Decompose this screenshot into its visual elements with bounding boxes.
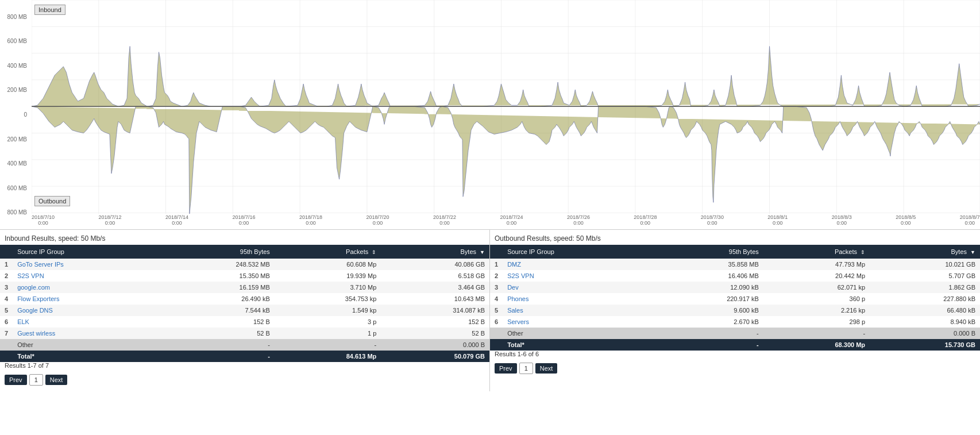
row-group[interactable]: ELK xyxy=(13,316,160,328)
row-bytes95: - xyxy=(653,339,763,351)
other-row: Other - - 0.000 B xyxy=(0,339,489,351)
table-row: 4 Flow Exporters 26.490 kB 354.753 kp 10… xyxy=(0,293,489,305)
row-group: Other xyxy=(13,339,160,351)
row-bytes: 10.643 MB xyxy=(381,293,489,305)
outbound-page1-button[interactable]: 1 xyxy=(519,363,533,374)
inbound-table: Source IP Group 95th Bytes Packets ⇕ Byt… xyxy=(0,245,489,362)
row-number: 5 xyxy=(490,305,503,316)
inbound-pagination: Prev 1 Next xyxy=(0,371,489,389)
row-group[interactable]: Flow Exporters xyxy=(13,293,160,305)
table-row: 3 Dev 12.090 kB 62.071 kp 1.862 GB xyxy=(490,282,980,293)
row-packets: 62.071 kp xyxy=(763,282,870,293)
outbound-prev-button[interactable]: Prev xyxy=(495,363,517,374)
row-packets: 360 p xyxy=(763,293,870,305)
row-bytes95: 35.858 MB xyxy=(653,259,763,270)
row-bytes: 227.880 kB xyxy=(870,293,980,305)
row-packets: 3 p xyxy=(275,316,381,328)
row-number xyxy=(490,328,503,339)
row-group[interactable]: Guest wirless xyxy=(13,328,160,339)
row-bytes95: 220.917 kB xyxy=(653,293,763,305)
row-bytes: 314.087 kB xyxy=(381,305,489,316)
row-group[interactable]: Servers xyxy=(503,316,653,328)
inbound-pagination-info: Results 1-7 of 7 xyxy=(0,362,489,369)
row-bytes: 40.086 GB xyxy=(381,259,489,270)
row-group[interactable]: Google DNS xyxy=(13,305,160,316)
table-row: 4 Phones 220.917 kB 360 p 227.880 kB xyxy=(490,293,980,305)
row-number xyxy=(0,351,13,362)
row-bytes: 66.480 kB xyxy=(870,305,980,316)
row-number: 1 xyxy=(0,259,13,270)
outbound-pagination-info: Results 1-6 of 6 xyxy=(490,351,980,357)
row-group[interactable]: S2S VPN xyxy=(503,270,653,282)
results-section: Inbound Results, speed: 50 Mb/s Source I… xyxy=(0,230,980,391)
inbound-col-bytes[interactable]: Bytes ▼ xyxy=(381,245,489,259)
row-bytes95: 16.406 MB xyxy=(653,270,763,282)
y-axis: 800 MB 600 MB 400 MB 200 MB 0 200 MB 400… xyxy=(0,0,32,229)
row-bytes95: 152 B xyxy=(160,316,274,328)
inbound-col-packets[interactable]: Packets ⇕ xyxy=(275,245,381,259)
table-row: 2 S2S VPN 16.406 MB 20.442 Mp 5.707 GB xyxy=(490,270,980,282)
inbound-col-num xyxy=(0,245,13,259)
outbound-results-panel: Outbound Results, speed: 50 Mb/s Source … xyxy=(490,230,980,391)
row-bytes: 52 B xyxy=(381,328,489,339)
outbound-next-button[interactable]: Next xyxy=(535,363,558,374)
outbound-col-bytes95[interactable]: 95th Bytes xyxy=(653,245,763,259)
row-number: 4 xyxy=(0,293,13,305)
chart-area: Inbound Outbound 800 MB 600 MB 400 MB 20… xyxy=(0,0,980,230)
row-packets: 354.753 kp xyxy=(275,293,381,305)
table-row: 1 DMZ 35.858 MB 47.793 Mp 10.021 GB xyxy=(490,259,980,270)
row-group: Other xyxy=(503,328,653,339)
row-number: 4 xyxy=(490,293,503,305)
inbound-col-bytes95[interactable]: 95th Bytes xyxy=(160,245,274,259)
row-group[interactable]: S2S VPN xyxy=(13,270,160,282)
row-group[interactable]: google.com xyxy=(13,282,160,293)
row-bytes: 3.464 GB xyxy=(381,282,489,293)
row-bytes: 50.079 GB xyxy=(381,351,489,362)
inbound-col-group[interactable]: Source IP Group xyxy=(13,245,160,259)
outbound-col-bytes[interactable]: Bytes ▼ xyxy=(870,245,980,259)
row-packets: - xyxy=(763,328,870,339)
row-bytes: 0.000 B xyxy=(381,339,489,351)
total-row: Total* - 68.300 Mp 15.730 GB xyxy=(490,339,980,351)
outbound-col-group[interactable]: Source IP Group xyxy=(503,245,653,259)
row-group[interactable]: Phones xyxy=(503,293,653,305)
row-bytes95: 52 B xyxy=(160,328,274,339)
table-row: 2 S2S VPN 15.350 MB 19.939 Mp 6.518 GB xyxy=(0,270,489,282)
row-bytes: 5.707 GB xyxy=(870,270,980,282)
row-packets: 3.710 Mp xyxy=(275,282,381,293)
chart-svg xyxy=(32,0,980,214)
row-bytes95: - xyxy=(160,351,274,362)
table-row: 6 Servers 2.670 kB 298 p 8.940 kB xyxy=(490,316,980,328)
row-bytes: 6.518 GB xyxy=(381,270,489,282)
row-bytes: 10.021 GB xyxy=(870,259,980,270)
table-row: 3 google.com 16.159 MB 3.710 Mp 3.464 GB xyxy=(0,282,489,293)
total-row: Total* - 84.613 Mp 50.079 GB xyxy=(0,351,489,362)
row-group[interactable]: GoTo Server IPs xyxy=(13,259,160,270)
row-packets: 19.939 Mp xyxy=(275,270,381,282)
outbound-results-title: Outbound Results, speed: 50 Mb/s xyxy=(490,232,980,245)
inbound-next-button[interactable]: Next xyxy=(45,375,68,385)
outbound-col-packets[interactable]: Packets ⇕ xyxy=(763,245,870,259)
row-packets: 68.300 Mp xyxy=(763,339,870,351)
row-bytes95: 2.670 kB xyxy=(653,316,763,328)
row-packets: 60.608 Mp xyxy=(275,259,381,270)
other-row: Other - - 0.000 B xyxy=(490,328,980,339)
row-number: 2 xyxy=(0,270,13,282)
row-packets: 84.613 Mp xyxy=(275,351,381,362)
row-number: 3 xyxy=(0,282,13,293)
row-bytes: 0.000 B xyxy=(870,328,980,339)
row-packets: 1.549 kp xyxy=(275,305,381,316)
row-group[interactable]: Sales xyxy=(503,305,653,316)
row-bytes95: 15.350 MB xyxy=(160,270,274,282)
row-group: Total* xyxy=(503,339,653,351)
row-group[interactable]: DMZ xyxy=(503,259,653,270)
row-bytes: 152 B xyxy=(381,316,489,328)
inbound-results-title: Inbound Results, speed: 50 Mb/s xyxy=(0,232,489,245)
row-bytes95: 12.090 kB xyxy=(653,282,763,293)
row-bytes95: 248.532 MB xyxy=(160,259,274,270)
row-packets: 47.793 Mp xyxy=(763,259,870,270)
row-packets: 298 p xyxy=(763,316,870,328)
row-group[interactable]: Dev xyxy=(503,282,653,293)
inbound-prev-button[interactable]: Prev xyxy=(5,375,27,385)
inbound-page1-button[interactable]: 1 xyxy=(29,374,43,386)
